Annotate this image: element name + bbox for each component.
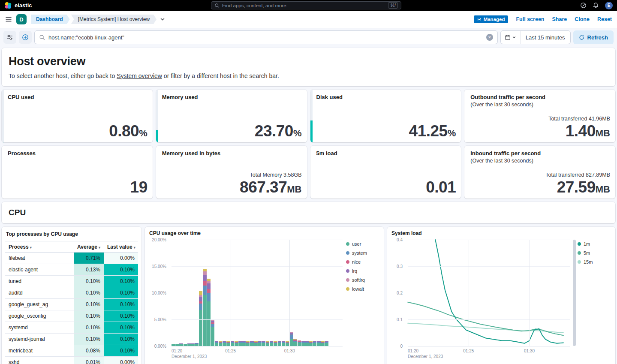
metric-progress-track bbox=[310, 90, 313, 142]
x-tick-time: 01:25 bbox=[463, 348, 474, 354]
metric-secondary: Total Memory 3.58GB bbox=[162, 172, 302, 178]
metric-value: 23.70 bbox=[255, 123, 293, 139]
bar-segment-user bbox=[309, 343, 313, 346]
bar-segment-user bbox=[203, 295, 206, 346]
legend-label: irq bbox=[352, 268, 357, 274]
legend-item[interactable]: nice bbox=[346, 259, 379, 265]
bar-segment-user bbox=[226, 343, 230, 346]
full-screen-button[interactable]: Full screen bbox=[516, 16, 544, 22]
add-filter-button[interactable] bbox=[19, 31, 32, 44]
gridline bbox=[408, 319, 570, 320]
metric-panel-cpu-used: CPU used 0.80% bbox=[2, 90, 153, 142]
metric-progress-fill bbox=[156, 130, 158, 142]
metric-secondary: Total transferred 41.96MB bbox=[470, 116, 610, 122]
clear-query-icon[interactable]: ✕ bbox=[486, 34, 493, 41]
y-axis-label: 5.00% bbox=[154, 317, 166, 322]
kibana-dashboard-screen: elastic Find apps, content, and more. ⌘/… bbox=[0, 0, 617, 364]
column-header-process[interactable]: Process▾ bbox=[5, 241, 74, 253]
managed-badge[interactable]: Managed bbox=[474, 15, 509, 23]
gridline bbox=[408, 240, 570, 240]
legend-item[interactable]: 15m bbox=[578, 259, 611, 265]
system-overview-link[interactable]: System overview bbox=[117, 72, 162, 79]
bar-segment-user bbox=[242, 343, 246, 346]
chart-legend: usersystemniceirqsoftirqiowait bbox=[346, 241, 379, 292]
average-cell: 0.10% bbox=[74, 310, 104, 322]
refresh-button[interactable]: Refresh bbox=[573, 30, 614, 44]
host-overview-panel: Host overview To select another host, ei… bbox=[2, 48, 615, 86]
query-bar: host.name:"ecobb-linux-agent" ✕ Last 15 … bbox=[0, 28, 617, 46]
legend-item[interactable]: softirq bbox=[346, 277, 379, 283]
legend-item[interactable]: irq bbox=[346, 268, 379, 274]
reset-button[interactable]: Reset bbox=[597, 16, 612, 22]
x-tick-time: 01:25 bbox=[225, 348, 236, 354]
legend-dot bbox=[346, 251, 349, 255]
breadcrumb-current-dashboard[interactable]: [Metrics System] Host overview bbox=[71, 15, 157, 24]
global-search-input[interactable]: Find apps, content, and more. ⌘/ bbox=[211, 1, 401, 9]
metric-panel-5m-load: 5m load 0.01 bbox=[310, 146, 461, 199]
legend-item[interactable]: user bbox=[346, 241, 379, 247]
legend-dot bbox=[578, 260, 581, 264]
x-axis-label: 01:20December 1, 2023 bbox=[172, 348, 207, 359]
legend-dot bbox=[346, 260, 349, 264]
user-avatar[interactable]: E bbox=[605, 2, 613, 9]
metric-panel-disk-used: Disk used 41.25% bbox=[310, 90, 461, 142]
metric-panel-memory-bytes: Memory used in bytes Total Memory 3.58GB… bbox=[156, 146, 307, 199]
legend-dot bbox=[346, 287, 349, 291]
gridline bbox=[231, 240, 231, 346]
metric-value: 19 bbox=[130, 179, 147, 195]
legend-item[interactable]: 5m bbox=[578, 250, 611, 256]
cloud-deployment-icon[interactable] bbox=[580, 2, 587, 9]
menu-hamburger-icon[interactable] bbox=[5, 16, 12, 23]
query-input[interactable]: host.name:"ecobb-linux-agent" ✕ bbox=[34, 30, 498, 44]
metric-panel-memory-used: Memory used 23.70% bbox=[156, 90, 307, 142]
legend-label: 15m bbox=[584, 259, 593, 265]
calendar-menu-button[interactable] bbox=[501, 31, 521, 44]
alerts-bell-icon[interactable] bbox=[593, 2, 599, 9]
plus-circle-icon bbox=[22, 34, 29, 41]
bar-segment-user bbox=[325, 343, 328, 346]
clone-button[interactable]: Clone bbox=[575, 16, 590, 22]
gridline bbox=[408, 293, 570, 293]
metric-title: 5m load bbox=[316, 150, 456, 156]
bar-segment-user bbox=[301, 343, 305, 346]
bar-segment-user bbox=[289, 339, 293, 346]
column-header-last-value[interactable]: Last value▾ bbox=[104, 241, 138, 253]
legend-item[interactable]: iowait bbox=[346, 286, 379, 292]
time-range-value[interactable]: Last 15 minutes bbox=[521, 34, 570, 41]
legend-item[interactable]: 1m bbox=[578, 241, 611, 247]
bar-segment-user bbox=[207, 301, 211, 346]
legend-dot bbox=[346, 242, 349, 246]
metric-unit: MB bbox=[287, 185, 301, 194]
legend-label: softirq bbox=[352, 277, 365, 283]
filter-sliders-icon bbox=[6, 34, 13, 41]
table-row: tuned0.10%0.10% bbox=[5, 276, 138, 287]
gridline bbox=[408, 346, 570, 346]
share-button[interactable]: Share bbox=[552, 16, 567, 22]
legend-item[interactable]: system bbox=[346, 250, 379, 256]
x-axis-label: 01:20December 1, 2023 bbox=[408, 348, 443, 359]
elastic-logo[interactable] bbox=[4, 2, 12, 9]
table-header-row: Process▾ Average▾ Last value▾ bbox=[5, 241, 138, 253]
metric-unit: % bbox=[448, 129, 456, 138]
bar-segment-softirq bbox=[203, 271, 206, 274]
panel-scrollbar[interactable] bbox=[573, 240, 576, 346]
filter-settings-button[interactable] bbox=[3, 31, 16, 44]
metric-progress-track bbox=[156, 90, 158, 142]
space-avatar[interactable]: D bbox=[16, 14, 27, 24]
average-cell: 0.13% bbox=[74, 264, 104, 276]
metric-value: 867.37 bbox=[240, 179, 287, 195]
x-axis-label: 01:25 bbox=[463, 348, 474, 354]
brand: elastic bbox=[4, 2, 32, 9]
sort-chevron-icon: ▾ bbox=[30, 246, 32, 250]
breadcrumb-dashboard[interactable]: Dashboard bbox=[31, 15, 70, 24]
dashboard-menu-chevron-icon[interactable] bbox=[160, 16, 166, 22]
breadcrumb: Dashboard [Metrics System] Host overview bbox=[31, 15, 166, 24]
average-cell: 0.10% bbox=[74, 322, 104, 334]
bar-segment-irq bbox=[207, 283, 211, 289]
legend-dot bbox=[578, 242, 581, 246]
bar-segment-nice bbox=[203, 281, 206, 286]
column-header-average[interactable]: Average▾ bbox=[74, 241, 104, 253]
table-row: filebeat0.71%0.00% bbox=[5, 253, 138, 264]
legend-label: user bbox=[352, 241, 361, 247]
legend-label: 1m bbox=[584, 241, 590, 247]
